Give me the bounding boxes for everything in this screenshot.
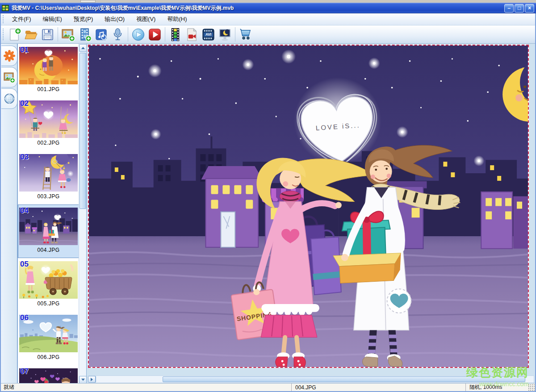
main-body: 01 001.JPG [1, 44, 535, 384]
thumbnail-filename: 003.JPG [18, 193, 79, 200]
toolbar-separator [235, 27, 235, 42]
thumbnail-number: 01 [20, 46, 29, 54]
open-project-button[interactable] [23, 26, 39, 43]
preview-canvas[interactable]: LOVE iS... [88, 45, 529, 368]
status-current-file: 004.JPG [291, 384, 465, 391]
thumbnail-number: 03 [20, 153, 29, 162]
menubar-grip[interactable] [2, 15, 4, 24]
add-image-button[interactable] [60, 26, 76, 43]
scroll-up-button[interactable] [79, 44, 87, 52]
toolbar-grip[interactable] [2, 28, 4, 41]
thumbnail-number: 04 [20, 206, 29, 215]
minimize-button[interactable]: – [504, 4, 514, 13]
thumbnail-item-3[interactable]: 03 [18, 151, 79, 204]
thumbnail-number: 06 [20, 313, 29, 322]
play-fullscreen-icon [148, 28, 162, 42]
preview-image-004: LOVE iS... [89, 46, 528, 367]
resize-grip[interactable] [528, 384, 535, 391]
photo-add-icon [4, 71, 15, 83]
thumbnail-item-4-selected[interactable]: 04 [18, 204, 79, 258]
add-image-icon [61, 28, 75, 42]
thumbnail-item-1[interactable]: 01 001.JPG [18, 44, 79, 97]
save-floppy-icon [41, 28, 54, 42]
fullscreen-play-button[interactable] [147, 26, 163, 43]
export-video-icon [185, 28, 199, 42]
arrow-down-icon [81, 379, 85, 381]
toolbar-separator [58, 27, 58, 42]
filmstrip-icon [168, 28, 182, 42]
titlebar: 我爱MV - C:\Users\wuhan\Desktop\安装包\我爱mv\E… [0, 3, 536, 13]
open-folder-icon [24, 28, 38, 42]
preview-area: LOVE iS... [87, 44, 535, 384]
menu-preview[interactable]: 预览(P) [68, 13, 99, 25]
thumbnail-filename: 001.JPG [18, 86, 79, 92]
add-music-button[interactable] [93, 26, 109, 43]
toolbar: AVI [1, 25, 535, 44]
thumbnail-number: 05 [20, 260, 29, 269]
toolbar-separator [165, 27, 165, 42]
export-avi-button[interactable]: AVI [200, 26, 217, 43]
maximize-button[interactable]: □ [515, 4, 524, 13]
arrow-right-icon [91, 378, 93, 381]
menu-edit[interactable]: 编辑(E) [37, 13, 68, 25]
save-project-button[interactable] [39, 26, 56, 43]
screensaver-moon-icon [218, 28, 232, 42]
arrow-up-icon [81, 47, 85, 49]
menu-output[interactable]: 输出(O) [99, 13, 130, 25]
add-video-icon [78, 28, 92, 42]
new-project-button[interactable] [6, 26, 23, 43]
scroll-right-button[interactable] [88, 376, 96, 383]
window-title: 我爱MV - C:\Users\wuhan\Desktop\安装包\我爱mv\E… [12, 4, 504, 12]
tab-photo-library[interactable] [1, 67, 17, 88]
thumbnail-filename: 006.JPG [18, 354, 79, 360]
app-window: 我爱MV - C:\Users\wuhan\Desktop\安装包\我爱mv\E… [0, 0, 536, 392]
preview-play-button[interactable] [130, 26, 147, 43]
thumbnail-item-6[interactable]: 06 [18, 312, 79, 365]
toolbar-separator [128, 27, 128, 42]
menu-view[interactable]: 视图(V) [130, 13, 161, 25]
tab-web-globe[interactable] [1, 88, 17, 109]
thumbnail-filename: 002.JPG [18, 140, 79, 146]
thumbnail-item-2[interactable]: 02 002.JPG [18, 97, 79, 151]
add-video-button[interactable] [76, 26, 93, 43]
status-ready: 就绪 [1, 384, 291, 391]
thumbnail-item-5[interactable]: 05 005.JPG [18, 258, 79, 312]
sunburst-icon [4, 50, 15, 62]
thumbnail-filename: 005.JPG [18, 300, 79, 307]
thumbnail-number: 07 [20, 367, 29, 376]
scrollbar-thumb[interactable] [80, 53, 86, 209]
filmstrip-button[interactable] [167, 26, 184, 43]
app-icon [2, 4, 9, 12]
thumbnail-panel: 01 001.JPG [18, 44, 87, 384]
thumbnail-scrollbar[interactable] [79, 44, 86, 384]
scroll-down-button[interactable] [79, 376, 87, 384]
export-video-button[interactable] [184, 26, 200, 43]
preview-hscrollbar[interactable] [88, 375, 534, 383]
status-transition-info: 随机, 1000ms [465, 384, 528, 391]
globe-icon [4, 93, 15, 104]
thumbnail-filename: 004.JPG [18, 247, 79, 253]
tab-transition-effects[interactable] [1, 46, 17, 66]
screensaver-button[interactable] [217, 26, 233, 43]
shopping-cart-icon [239, 28, 252, 42]
avi-icon: AVI [201, 28, 215, 42]
menu-file[interactable]: 文件(F) [6, 13, 37, 25]
thumbnail-item-7[interactable]: 07 [18, 365, 79, 384]
thumbnail-number: 02 [20, 99, 29, 108]
avi-label: AVI [205, 33, 211, 37]
menu-help[interactable]: 帮助(H) [161, 13, 193, 25]
shop-cart-button[interactable] [237, 26, 254, 43]
record-audio-button[interactable] [109, 26, 126, 43]
thumbnail-list: 01 001.JPG [18, 44, 79, 384]
close-button[interactable]: × [525, 4, 534, 13]
play-preview-icon [131, 28, 145, 42]
hscrollbar-thumb[interactable] [163, 376, 525, 382]
menubar: 文件(F) 编辑(E) 预览(P) 输出(O) 视图(V) 帮助(H) [1, 13, 535, 25]
microphone-icon [111, 28, 125, 42]
music-book-icon [94, 28, 108, 42]
new-project-icon [8, 28, 21, 42]
side-tabstrip [1, 44, 18, 384]
statusbar: 就绪 004.JPG 随机, 1000ms [1, 383, 535, 391]
